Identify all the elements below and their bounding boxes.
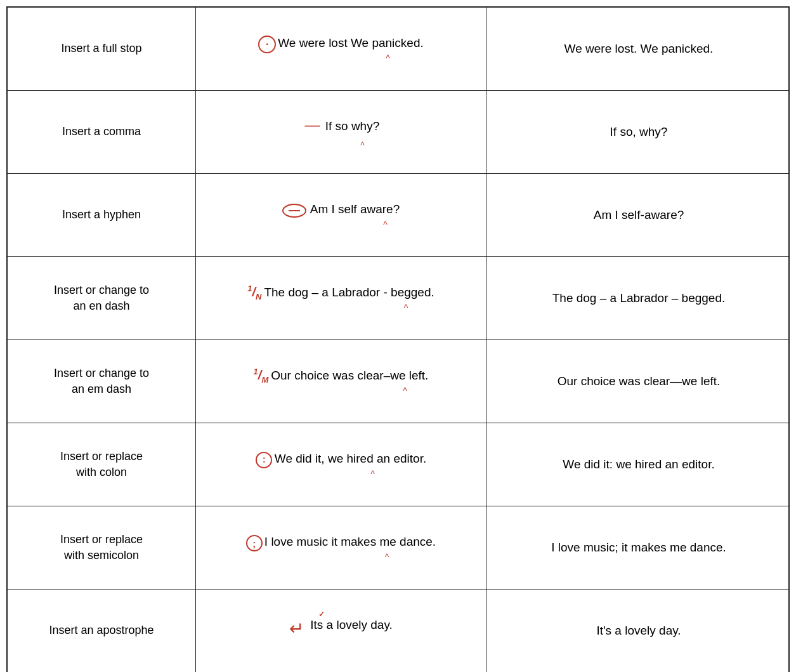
apostrophe-icon: ↵ — [289, 613, 304, 645]
corrected-apostrophe: It's a lovely day. — [486, 590, 791, 672]
marked-hyphen: Am I self aware? ^ — [196, 174, 486, 256]
emdash-icon: 1/M — [254, 367, 269, 384]
endash-icon: 1/N — [247, 284, 261, 301]
marked-colon: : We did it, we hired an editor. ^ — [196, 423, 486, 506]
caret-comma: ^ — [360, 141, 365, 150]
corrected-emdash: Our choice was clear—we left. — [486, 340, 791, 423]
label-fullstop: Insert a full stop — [8, 8, 196, 90]
comma-icon: ⸻ — [303, 110, 319, 140]
marked-endash: 1/N The dog – a Labrador - begged. ^ — [196, 257, 486, 339]
marked-emdash: 1/M Our choice was clear–we left. ^ — [196, 340, 486, 423]
marked-sentence-emdash: Our choice was clear–we left. — [271, 365, 428, 386]
caret-semicolon: ^ — [385, 553, 389, 562]
label-emdash: Insert or change to an em dash — [8, 340, 196, 423]
row-endash: Insert or change to an en dash 1/N The d… — [8, 257, 788, 340]
proofreading-table: Insert a full stop · We were lost We pan… — [6, 6, 790, 672]
row-apostrophe: Insert an apostrophe ↵ Its✓ a lovely day… — [8, 590, 788, 672]
corrected-semicolon: I love music; it makes me dance. — [486, 506, 791, 589]
caret-endash: ^ — [404, 303, 408, 312]
marked-sentence-comma: If so why? — [325, 115, 380, 137]
marked-apostrophe: ↵ Its✓ a lovely day. — [196, 590, 486, 672]
row-comma: Insert a comma ⸻ If so why? ^ If so, why… — [8, 91, 788, 174]
semicolon-icon: ; — [246, 535, 263, 551]
corrected-endash: The dog – a Labrador – begged. — [486, 257, 791, 339]
corrected-fullstop: We were lost. We panicked. — [486, 8, 791, 90]
caret-colon: ^ — [370, 470, 375, 478]
row-fullstop: Insert a full stop · We were lost We pan… — [8, 8, 788, 91]
label-hyphen: Insert a hyphen — [8, 174, 196, 256]
hyphen-icon — [282, 204, 306, 218]
corrected-comma: If so, why? — [486, 91, 791, 173]
marked-sentence-colon: We did it, we hired an editor. — [275, 448, 426, 470]
marked-content-fullstop: · We were lost We panicked. ^ — [258, 32, 424, 65]
marked-sentence-semicolon: I love music it makes me dance. — [264, 531, 436, 553]
marked-sentence-endash: The dog – a Labrador - begged. — [264, 282, 434, 303]
label-apostrophe: Insert an apostrophe — [8, 590, 196, 672]
colon-icon: : — [256, 452, 272, 468]
row-semicolon: Insert or replace with semicolon ; I lov… — [8, 506, 788, 590]
caret-fullstop: ^ — [386, 54, 390, 63]
row-emdash: Insert or change to an em dash 1/M Our c… — [8, 340, 788, 423]
caret-emdash: ^ — [403, 386, 407, 395]
marked-semicolon: ; I love music it makes me dance. ^ — [196, 506, 486, 589]
corrected-hyphen: Am I self-aware? — [486, 174, 791, 256]
marked-sentence-apostrophe: Its✓ a lovely day. — [310, 614, 393, 636]
corrected-colon: We did it: we hired an editor. — [486, 423, 791, 506]
fullstop-icon: · — [258, 36, 276, 53]
row-hyphen: Insert a hyphen Am I self aware? ^ Am I … — [8, 174, 788, 257]
label-colon: Insert or replace with colon — [8, 423, 196, 506]
row-colon: Insert or replace with colon : We did it… — [8, 423, 788, 506]
caret-hyphen: ^ — [383, 220, 388, 229]
label-endash: Insert or change to an en dash — [8, 257, 196, 339]
label-semicolon: Insert or replace with semicolon — [8, 506, 196, 589]
label-comma: Insert a comma — [8, 91, 196, 173]
marked-sentence-fullstop: We were lost We panicked. — [278, 32, 424, 54]
marked-comma: ⸻ If so why? ^ — [196, 91, 486, 173]
marked-fullstop: · We were lost We panicked. ^ — [196, 8, 486, 90]
marked-sentence-hyphen: Am I self aware? — [310, 199, 400, 220]
